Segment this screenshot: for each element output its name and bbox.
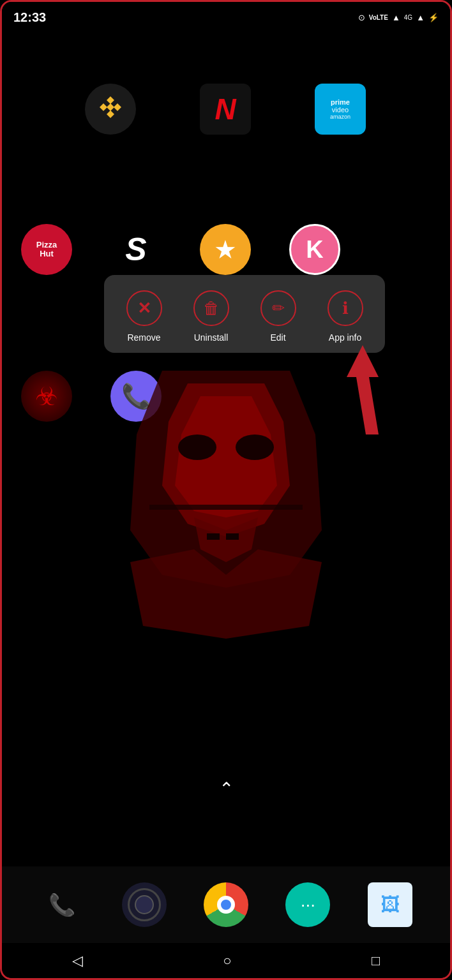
ctx-remove-circle: ✕ xyxy=(126,290,162,326)
pizzahut-label: PizzaHut xyxy=(36,241,57,259)
scribd-icon-img: S xyxy=(110,224,162,275)
ctx-remove-x-icon: ✕ xyxy=(137,299,151,318)
nav-bar: ◁ ○ □ xyxy=(2,943,450,978)
svg-marker-3 xyxy=(107,110,114,118)
artstudio-star: ★ xyxy=(214,235,237,264)
svg-marker-2 xyxy=(114,103,121,111)
phone-icon: 📞 xyxy=(49,892,75,917)
svg-marker-4 xyxy=(107,103,114,111)
svg-marker-0 xyxy=(107,96,114,104)
nav-recent-button[interactable]: □ xyxy=(372,953,380,969)
volte-icon: VoLTE xyxy=(369,14,388,21)
app-row-2: PizzaHut S ★ K xyxy=(21,224,340,275)
dock-phone[interactable]: 📞 xyxy=(40,882,84,927)
status-bar: 12:33 ⊙ VoLTE ▲ 4G ▲ ⚡ xyxy=(2,2,450,33)
prime-text-prime: prime xyxy=(331,98,350,106)
signal3-icon: ▲ xyxy=(416,13,425,22)
dock: 📞 ··· 🖼 xyxy=(2,866,450,943)
app-scribd[interactable]: S xyxy=(110,224,162,275)
app-binance[interactable] xyxy=(85,84,136,135)
ctx-uninstall-trash-icon: 🗑 xyxy=(203,299,220,318)
svg-rect-14 xyxy=(207,533,220,540)
prime-text-amazon: amazon xyxy=(330,114,350,120)
messages-icon: ··· xyxy=(301,895,315,915)
svg-marker-6 xyxy=(347,345,379,434)
biohazard-symbol: ☣ xyxy=(35,382,58,411)
app-biohazard[interactable]: ☣ xyxy=(21,371,72,422)
nav-back-button[interactable]: ◁ xyxy=(72,953,83,969)
scribd-s-letter: S xyxy=(125,231,146,268)
status-time: 12:33 xyxy=(13,10,46,25)
app-kinemaster[interactable]: K xyxy=(289,224,340,275)
drawer-chevron-icon: ⌃ xyxy=(219,779,234,799)
ctx-item-remove[interactable]: ✕ Remove xyxy=(119,290,170,343)
signal2-icon: 4G xyxy=(404,14,412,21)
ctx-item-edit[interactable]: ✏ Edit xyxy=(253,290,304,343)
dock-gallery[interactable]: 🖼 xyxy=(368,882,412,927)
arrow-svg xyxy=(334,339,391,441)
kinemaster-icon-img: K xyxy=(289,224,340,275)
artstudio-icon-img: ★ xyxy=(200,224,251,275)
ctx-item-uninstall[interactable]: 🗑 Uninstall xyxy=(186,290,237,343)
binance-logo xyxy=(94,93,126,125)
pizzahut-icon-img: PizzaHut xyxy=(21,224,72,275)
dock-messages[interactable]: ··· xyxy=(285,882,330,927)
prime-icon-img: prime video amazon xyxy=(315,84,366,135)
svg-point-10 xyxy=(178,434,216,460)
ctx-edit-label: Edit xyxy=(270,332,285,343)
binance-icon-img xyxy=(85,84,136,135)
svg-point-11 xyxy=(236,434,274,460)
ctx-edit-circle: ✏ xyxy=(260,290,296,326)
battery-icon: ⚡ xyxy=(428,13,439,22)
dock-chrome[interactable] xyxy=(204,882,248,927)
ctx-appinfo-circle: ℹ xyxy=(328,290,363,326)
ctx-edit-pencil-icon: ✏ xyxy=(272,299,285,317)
biohazard-icon-img: ☣ xyxy=(21,371,72,422)
app-row-1: N prime video amazon xyxy=(85,84,366,135)
signal-icon: ▲ xyxy=(392,13,400,22)
dock-camera[interactable] xyxy=(122,882,167,927)
svg-rect-15 xyxy=(226,533,239,540)
camera-outer-ring xyxy=(128,888,161,921)
app-artstudio[interactable]: ★ xyxy=(200,224,251,275)
camera-inner-lens xyxy=(135,895,154,914)
homescreen: N prime video amazon PizzaHut S ★ xyxy=(2,33,450,902)
svg-marker-1 xyxy=(100,103,107,111)
netflix-icon-img: N xyxy=(200,84,251,135)
red-arrow-annotation xyxy=(334,339,391,443)
ctx-item-appinfo[interactable]: ℹ App info xyxy=(320,290,371,343)
cast-icon: ⊙ xyxy=(358,13,365,22)
stormtrooper-background xyxy=(98,307,354,677)
nav-home-button[interactable]: ○ xyxy=(223,953,231,969)
app-drawer-button[interactable]: ⌃ xyxy=(219,778,234,799)
app-pizzahut[interactable]: PizzaHut xyxy=(21,224,72,275)
app-prime-video[interactable]: prime video amazon xyxy=(315,84,366,135)
ctx-uninstall-label: Uninstall xyxy=(194,332,229,343)
kinemaster-k-letter: K xyxy=(306,236,323,264)
svg-rect-12 xyxy=(149,505,303,510)
status-icons: ⊙ VoLTE ▲ 4G ▲ ⚡ xyxy=(358,13,439,22)
ctx-uninstall-circle: 🗑 xyxy=(193,290,229,326)
app-netflix[interactable]: N xyxy=(200,84,251,135)
prime-text-video: video xyxy=(332,106,349,114)
chrome-inner-circle xyxy=(217,896,235,914)
ctx-remove-label: Remove xyxy=(127,332,160,343)
gallery-icon: 🖼 xyxy=(380,894,400,916)
ctx-appinfo-info-icon: ℹ xyxy=(342,299,349,318)
